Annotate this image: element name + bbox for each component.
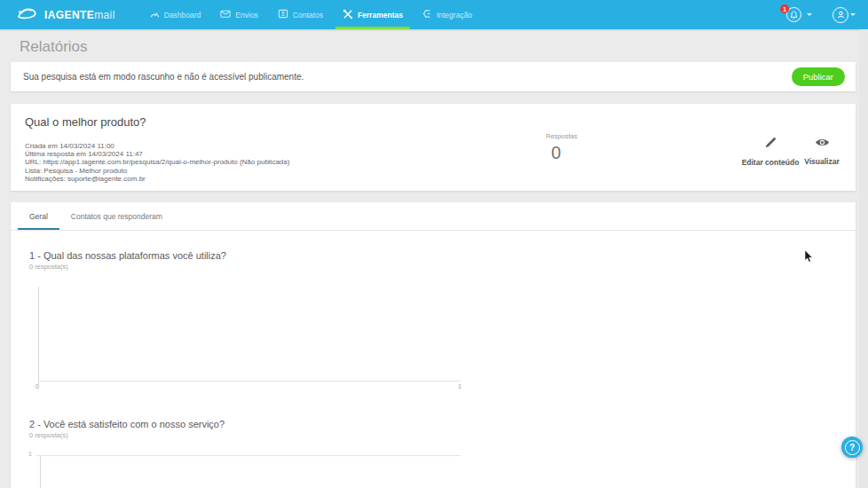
chart1-xtick-0: 0 [36,383,39,390]
chart2-ytick-1: 1 [28,451,32,457]
notifications-button[interactable]: 1 [786,7,801,22]
question-2-responses: 0 resposta(s) [29,431,68,439]
notification-badge: 1 [780,4,789,13]
tab-geral[interactable]: Geral [18,202,59,230]
user-menu[interactable] [832,7,856,23]
logo-bold: IAGENTE [44,9,94,21]
nav-label: Ferramentas [358,11,403,20]
send-icon [220,9,231,20]
survey-meta-notifications: Notificações: suporte@iagente.com.br [25,175,289,183]
question-1-responses: 0 resposta(s) [29,263,68,271]
view-label: Visualizar [790,157,854,166]
main-nav: Dashboard Envios Contatos Ferramentas In… [140,0,482,29]
nav-label: Integração [437,11,472,20]
bell-icon [790,7,798,23]
pencil-icon [764,137,777,152]
nav-item-integracao[interactable]: Integração [413,0,482,29]
question-1-title: 1 - Qual das nossas plataformas você uti… [29,250,226,261]
contacts-icon [278,9,288,20]
publish-button[interactable]: Publicar [792,67,845,86]
report-card: Geral Contatos que responderam 1 - Qual … [11,202,856,488]
plug-icon [422,9,432,20]
nav-item-envios[interactable]: Envios [210,0,268,29]
page-title: Relatórios [20,38,88,56]
nav-item-dashboard[interactable]: Dashboard [140,0,211,29]
user-avatar-icon [832,7,848,23]
responses-count: 0 [551,143,590,163]
nav-label: Envios [235,11,258,20]
user-caret-icon[interactable] [850,13,856,16]
nav-label: Contatos [293,11,323,20]
nav-label: Dashboard [164,11,201,20]
question-mark-icon: ? [845,440,860,455]
survey-meta-last-response: Última resposta em 14/03/2024 11:47 [25,150,289,158]
logo-light: mail [94,9,115,21]
question-1-chart [38,287,461,382]
report-tabs: Geral Contatos que responderam [11,202,856,231]
survey-meta-url: URL: https://app1.iagente.com.br/pesquis… [25,158,289,166]
chart2-y-axis [40,455,41,488]
iagente-mascot-icon [16,5,39,25]
notifications-caret-icon[interactable] [807,13,812,16]
question-2-title: 2 - Você está satisfeito com o nosso ser… [29,419,225,429]
help-button[interactable]: ? [841,437,863,458]
topbar-actions: 1 [786,0,856,29]
responses-label: Respostas [546,132,590,140]
responses-summary: Respostas 0 [546,132,590,163]
tab-contatos-que-responderam[interactable]: Contatos que responderam [59,202,174,230]
survey-meta: Criada em 14/03/2024 11:00 Última respos… [25,142,289,183]
nav-item-contatos[interactable]: Contatos [268,0,333,29]
gauge-icon [150,9,160,20]
nav-item-ferramentas[interactable]: Ferramentas [333,0,413,29]
topbar: IAGENTEmail Dashboard Envios Contatos Fe… [0,0,868,29]
app-logo-text: IAGENTEmail [44,9,115,21]
survey-meta-created: Criada em 14/03/2024 11:00 [25,142,289,150]
tools-icon [343,9,353,21]
survey-title: Qual o melhor produto? [25,115,146,129]
draft-notice-card: Sua pesquisa está em modo rascunho e não… [11,62,856,91]
survey-info-card: Qual o melhor produto? Criada em 14/03/2… [11,104,856,191]
scrollbar-track[interactable] [859,29,868,488]
survey-meta-list: Lista: Pesquisa - Melhor produto [25,167,289,175]
draft-notice-text: Sua pesquisa está em modo rascunho e não… [23,72,304,82]
eye-icon [815,136,830,151]
app-logo[interactable]: IAGENTEmail [16,5,115,25]
view-button[interactable]: Visualizar [790,136,854,166]
chart1-xtick-1: 1 [458,383,462,390]
chart2-gridline [36,455,461,456]
